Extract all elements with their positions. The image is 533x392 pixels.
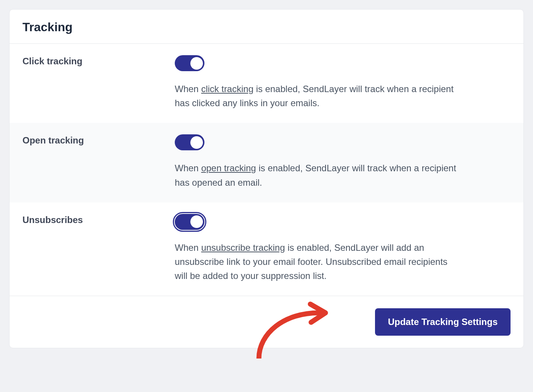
desc-text: When <box>175 84 201 94</box>
desc-text: When <box>175 242 201 253</box>
card-footer: Update Tracking Settings <box>10 296 523 348</box>
update-tracking-settings-button[interactable]: Update Tracking Settings <box>375 308 511 336</box>
link-click-tracking[interactable]: click tracking <box>201 84 253 94</box>
annotation-arrow-icon <box>246 298 337 359</box>
desc-unsubscribes: When unsubscribe tracking is enabled, Se… <box>175 241 456 283</box>
desc-click-tracking: When click tracking is enabled, SendLaye… <box>175 82 456 110</box>
setting-row-unsubscribes: Unsubscribes When unsubscribe tracking i… <box>10 202 523 296</box>
label-unsubscribes: Unsubscribes <box>22 214 175 225</box>
desc-text: When <box>175 163 201 173</box>
toggle-knob <box>190 57 203 70</box>
desc-open-tracking: When open tracking is enabled, SendLayer… <box>175 161 456 189</box>
toggle-click-tracking[interactable] <box>175 55 204 71</box>
toggle-knob <box>190 136 203 149</box>
link-unsubscribe-tracking[interactable]: unsubscribe tracking <box>201 242 285 253</box>
setting-row-open-tracking: Open tracking When open tracking is enab… <box>10 123 523 202</box>
link-open-tracking[interactable]: open tracking <box>201 163 256 173</box>
label-click-tracking: Click tracking <box>22 55 175 67</box>
toggle-knob <box>190 215 203 228</box>
control-open-tracking: When open tracking is enabled, SendLayer… <box>175 134 511 189</box>
label-open-tracking: Open tracking <box>22 134 175 146</box>
tracking-settings-card: Tracking Click tracking When click track… <box>9 9 524 348</box>
control-click-tracking: When click tracking is enabled, SendLaye… <box>175 55 511 110</box>
control-unsubscribes: When unsubscribe tracking is enabled, Se… <box>175 214 511 283</box>
card-header: Tracking <box>10 10 523 44</box>
toggle-unsubscribes[interactable] <box>175 214 204 230</box>
toggle-open-tracking[interactable] <box>175 134 204 150</box>
setting-row-click-tracking: Click tracking When click tracking is en… <box>10 44 523 123</box>
card-title: Tracking <box>22 20 511 34</box>
